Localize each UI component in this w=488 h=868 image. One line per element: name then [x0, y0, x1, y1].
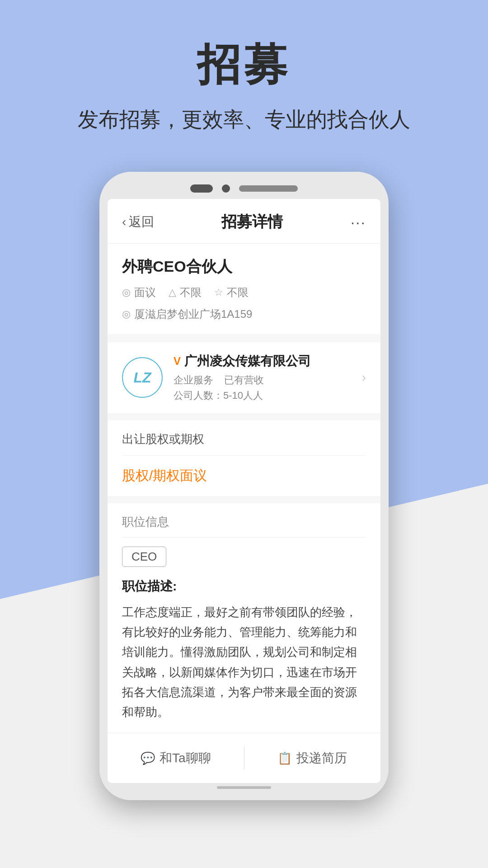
more-button[interactable]: ···: [351, 213, 366, 231]
age-icon: △: [169, 287, 176, 298]
company-logo: LZ: [122, 357, 163, 398]
phone-mockup: ‹ 返回 招募详情 ··· 外聘CEO合伙人 ◎ 面议 △ 不限: [99, 172, 389, 800]
logo-text: LZ: [133, 369, 151, 386]
chat-icon: 💬: [141, 751, 155, 765]
location-icon: ◎: [122, 308, 131, 320]
camera-left: [190, 184, 213, 193]
verified-icon: V: [174, 355, 181, 368]
job-tags: ◎ 面议 △ 不限 ☆ 不限: [122, 285, 366, 300]
company-meta: 企业服务 已有营收: [174, 373, 351, 387]
home-indicator: [217, 786, 271, 789]
speaker: [239, 185, 298, 192]
resume-icon: 📋: [277, 751, 292, 765]
job-title: 外聘CEO合伙人: [122, 256, 366, 277]
phone-bottom: [108, 783, 380, 792]
company-section[interactable]: LZ V 广州凌众传媒有限公司 企业服务 已有营收 公司人数：5-10人人 ›: [108, 341, 380, 413]
nav-title: 招募详情: [221, 212, 283, 232]
chat-label: 和Ta聊聊: [160, 750, 211, 767]
page-title: 招募: [0, 36, 488, 95]
nav-bar: ‹ 返回 招募详情 ···: [108, 199, 380, 244]
company-arrow-icon[interactable]: ›: [362, 370, 366, 385]
job-section: 外聘CEO合伙人 ◎ 面议 △ 不限 ☆ 不限 ◎: [108, 244, 380, 334]
location-text: 厦滋启梦创业广场1A159: [134, 307, 252, 321]
company-revenue: 已有营收: [224, 374, 264, 386]
chat-button[interactable]: 💬 和Ta聊聊: [108, 742, 244, 774]
company-name: 广州凌众传媒有限公司: [184, 353, 311, 370]
phone-screen: ‹ 返回 招募详情 ··· 外聘CEO合伙人 ◎ 面议 △ 不限: [108, 199, 380, 783]
edu-icon: ☆: [214, 287, 223, 298]
interview-icon: ◎: [122, 287, 131, 298]
camera-dot: [222, 184, 230, 193]
phone-top-bar: [108, 180, 380, 199]
phone-outer: ‹ 返回 招募详情 ··· 外聘CEO合伙人 ◎ 面议 △ 不限: [99, 172, 389, 800]
position-badge: CEO: [122, 547, 166, 567]
age-label: 不限: [180, 285, 202, 300]
company-type: 企业服务: [174, 374, 213, 386]
job-tag-edu: ☆ 不限: [214, 285, 249, 300]
page-subtitle: 发布招募，更效率、专业的找合伙人: [0, 106, 488, 134]
equity-section: 出让股权或期权 股权/期权面议: [108, 420, 380, 496]
job-tag-age: △ 不限: [169, 285, 202, 300]
interview-label: 面议: [134, 285, 156, 300]
position-section: 职位信息 CEO 职位描述: 工作态度端正，最好之前有带领团队的经验，有比较好的…: [108, 503, 380, 733]
job-location: ◎ 厦滋启梦创业广场1A159: [122, 307, 366, 321]
equity-value: 股权/期权面议: [122, 461, 366, 485]
position-desc-title: 职位描述:: [122, 578, 366, 595]
company-name-row: V 广州凌众传媒有限公司: [174, 353, 351, 370]
edu-label: 不限: [227, 285, 249, 300]
equity-label: 出让股权或期权: [122, 431, 366, 456]
back-button[interactable]: ‹ 返回: [122, 213, 154, 231]
resume-button[interactable]: 📋 投递简历: [244, 742, 381, 774]
resume-label: 投递简历: [296, 750, 347, 767]
action-bar: 💬 和Ta聊聊 📋 投递简历: [108, 733, 380, 783]
position-desc-text: 工作态度端正，最好之前有带领团队的经验，有比较好的业务能力、管理能力、统筹能力和…: [122, 602, 366, 722]
header-section: 招募 发布招募，更效率、专业的找合伙人: [0, 36, 488, 134]
position-label: 职位信息: [122, 514, 366, 538]
back-label: 返回: [129, 213, 154, 231]
job-tag-interview: ◎ 面议: [122, 285, 156, 300]
company-info: V 广州凌众传媒有限公司 企业服务 已有营收 公司人数：5-10人人: [174, 353, 351, 402]
company-size: 公司人数：5-10人人: [174, 389, 351, 402]
back-chevron-icon: ‹: [122, 215, 126, 229]
